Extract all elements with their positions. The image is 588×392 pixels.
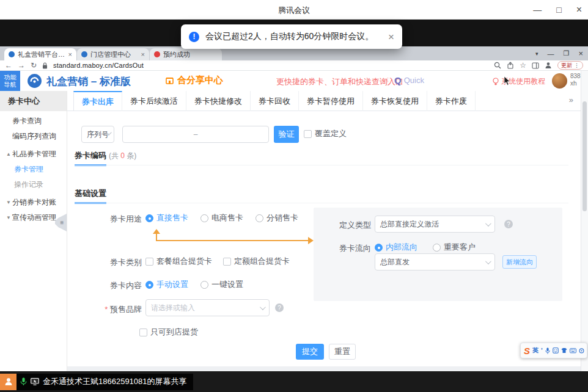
radio-ecommerce-sale[interactable]: 电商售卡 [200, 212, 243, 223]
maximize-button[interactable]: □ [556, 5, 561, 14]
divider [75, 203, 568, 203]
side-panel-icon[interactable] [532, 62, 539, 69]
browser-tab-booking[interactable]: 预约成功 [150, 48, 222, 60]
browser-minimize-button[interactable]: — [548, 50, 554, 57]
language-toggle[interactable]: 英 [532, 346, 538, 355]
forward-button[interactable]: → [18, 61, 25, 70]
codes-section-header: 券卡编码(共 0 条) [75, 150, 136, 166]
required-asterisk: * [105, 305, 108, 314]
tab-card-recycle[interactable]: 券卡回收 [251, 91, 299, 111]
punctuation-icon[interactable]: ’ [541, 347, 543, 354]
radio-distribution-sale[interactable]: 分销售卡 [255, 212, 298, 223]
user-avatar[interactable] [552, 73, 567, 89]
sidebar-title: 券卡中心 [0, 91, 67, 111]
expand-arrow-icon: ▼ [5, 200, 12, 205]
tab-card-void[interactable]: 券卡作废 [427, 91, 476, 111]
skin-icon[interactable] [561, 347, 567, 354]
radio-key-customer[interactable]: 重要客户 [433, 242, 476, 253]
add-flow-button[interactable]: 新增流向 [502, 255, 537, 269]
sidebar-item-gift-card-management[interactable]: ▲ 礼品券卡管理 [0, 147, 67, 161]
reset-button[interactable]: 重置 [329, 344, 356, 360]
checkbox-fixed-card[interactable]: 定额组合提货卡 [223, 256, 290, 267]
notification-close-icon[interactable]: × [388, 32, 394, 42]
tutorial-link[interactable]: 系统使用教程 [493, 76, 545, 87]
share-icon[interactable] [507, 62, 514, 69]
chevron-down-icon [485, 258, 491, 264]
serial-type-select[interactable]: 序列号 [81, 126, 114, 143]
tencent-meeting-window: 腾讯会议 — □ × 礼盒营销平台管理中心 × 门店管理中心 × 预约成功 [0, 0, 588, 392]
checkbox-icon [304, 130, 312, 138]
toolbox-icon[interactable] [579, 348, 584, 354]
page-scrollbar[interactable] [581, 71, 588, 371]
collapse-arrow-icon: ▲ [5, 151, 12, 157]
expand-arrow-icon: ▼ [5, 215, 12, 220]
tab-card-restore[interactable]: 券卡恢复使用 [363, 91, 427, 111]
sidebar-item-card-query[interactable]: 券卡查询 [0, 114, 67, 128]
submit-button[interactable]: 提交 [296, 344, 324, 360]
radio-icon [145, 214, 153, 222]
brand-label: * 预售品牌 [93, 304, 142, 315]
checkbox-icon [139, 328, 147, 336]
screenshare-text: 金禾通技术王斌18662591081的屏幕共享 [43, 376, 187, 387]
override-checkbox[interactable]: 覆盖定义 [304, 128, 347, 139]
scrollbar-thumb[interactable] [582, 101, 587, 211]
minimize-button[interactable]: — [533, 5, 542, 14]
url-text[interactable]: standard.maboy.cn/CardsOut [53, 62, 144, 69]
meeting-bottombar: 金禾通技术王斌18662591081的屏幕共享 [0, 371, 588, 392]
brand-select[interactable]: 请选择或输入 [145, 299, 270, 316]
main-panel: 券卡出库 券卡后续激活 券卡快捷修改 券卡回收 券卡暂停使用 券卡恢复使用 券卡… [67, 91, 581, 366]
share-center-link[interactable]: 合分享中心 [165, 74, 223, 86]
reload-button[interactable]: ↻ [31, 61, 37, 70]
emoji-icon[interactable] [553, 347, 559, 354]
ime-logo[interactable]: S [524, 346, 530, 356]
tab-title: 礼盒营销平台管理中心 [18, 50, 65, 59]
mouse-cursor [504, 76, 511, 86]
sidebar-item-operation-log[interactable]: 操作记录 [0, 177, 67, 192]
connector-arrow-up [153, 229, 160, 234]
sidebar-item-distribution-reconcile[interactable]: ▼ 分销券卡对账 [0, 195, 67, 209]
store-pickup-checkbox[interactable]: 只可到店提货 [139, 327, 198, 338]
search-icon: Q [394, 75, 402, 85]
serial-range-input[interactable]: – [122, 126, 269, 143]
flow-target-select[interactable]: 总部直发 [375, 253, 495, 270]
tab-search-chevron-icon[interactable]: ▾ [535, 51, 538, 57]
help-icon[interactable]: ? [504, 220, 513, 228]
quick-search[interactable]: Q Quick [394, 75, 424, 85]
bookmark-star-icon[interactable]: ☆ [520, 61, 526, 70]
help-icon[interactable]: ? [275, 303, 284, 312]
profile-icon[interactable] [545, 62, 552, 69]
tab-close-icon[interactable]: × [141, 51, 145, 58]
checkbox-package-card[interactable]: 套餐组合提货卡 [145, 256, 212, 267]
back-button[interactable]: ← [5, 61, 12, 70]
verify-button[interactable]: 验证 [274, 126, 299, 143]
sidebar-item-code-sequence-query[interactable]: 编码序列查询 [0, 129, 67, 143]
radio-direct-sale[interactable]: 直接售卡 [145, 212, 188, 223]
screenshare-icon [31, 378, 39, 385]
sidebar-item-card-management[interactable]: 券卡管理 [0, 162, 67, 176]
tab-card-activate[interactable]: 券卡后续激活 [122, 91, 186, 111]
radio-manual-setup[interactable]: 手动设置 [145, 279, 188, 290]
close-button[interactable]: × [576, 5, 582, 15]
tab-card-outbound[interactable]: 券卡出库 [73, 91, 122, 111]
radio-oneclick-setup[interactable]: 一键设置 [200, 279, 243, 290]
browser-tab-store-admin[interactable]: 门店管理中心 × [77, 48, 149, 60]
define-type-select[interactable]: 总部直接定义激活 [375, 216, 495, 233]
ime-toolbar: S 英 ’ [520, 343, 587, 358]
browser-tab-gift-admin[interactable]: 礼盒营销平台管理中心 × [4, 48, 76, 60]
nav-toggle-button[interactable]: 功能 导航 [0, 71, 20, 91]
keyboard-icon[interactable] [570, 348, 576, 354]
app-header: 功能 导航 礼盒营销 – 标准版 合分享中心 更快捷的券卡、订单和快递查询入口 … [0, 71, 588, 91]
content-label: 券卡内容 [99, 280, 142, 291]
tab-card-quick-edit[interactable]: 券卡快捷修改 [186, 91, 251, 111]
panel-collapse-button[interactable]: » [569, 95, 573, 104]
radio-internal-flow[interactable]: 内部流向 [375, 242, 417, 253]
zoom-icon[interactable] [494, 62, 501, 69]
tab-card-suspend[interactable]: 券卡暂停使用 [299, 91, 363, 111]
browser-close-button[interactable]: × [578, 49, 583, 58]
browser-restore-button[interactable]: ❐ [564, 49, 570, 57]
tab-close-icon[interactable]: × [68, 51, 72, 58]
update-button[interactable]: 更新 ⋮ [557, 61, 583, 70]
connector-arrow-right [308, 237, 314, 244]
voice-icon[interactable] [545, 347, 550, 354]
ssl-lock-icon [42, 62, 48, 69]
